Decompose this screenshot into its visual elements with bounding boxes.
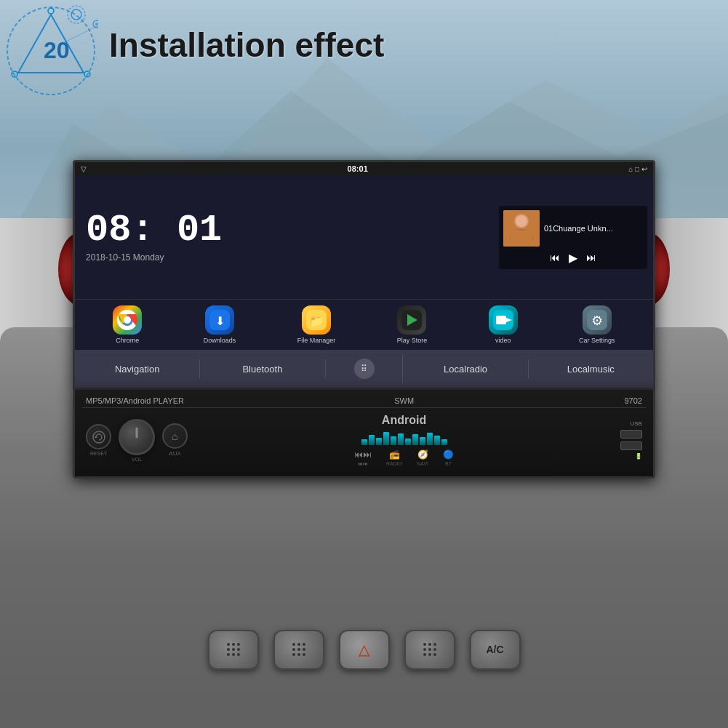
app-video[interactable]: video — [489, 305, 518, 344]
vol-label: VOL — [132, 457, 142, 462]
svg-marker-33 — [95, 436, 97, 438]
svg-point-8 — [71, 9, 81, 20]
app-icons-row: Chrome ⬇ Downloads 📁 File — [75, 299, 653, 350]
svg-text:⬇: ⬇ — [215, 315, 225, 327]
reset-label: RESET — [90, 451, 107, 456]
svg-text:📁: 📁 — [309, 314, 324, 328]
app-files[interactable]: 📁 File Manager — [297, 305, 336, 344]
hazard-button[interactable]: △ — [339, 630, 390, 670]
eq-bars — [361, 431, 447, 445]
radio-unit: ▽ 08:01 ⌂ □ ↩ 08: 01 2018-10-15 Monday — [73, 160, 655, 479]
statusbar-time: 08:01 — [348, 164, 368, 173]
app-settings[interactable]: ⚙ Car Settings — [579, 305, 615, 344]
ac-button[interactable]: A/C — [470, 630, 521, 670]
hw-bt[interactable]: 🔵 BT — [443, 449, 454, 466]
navi-label: NAVI — [417, 461, 428, 466]
hardware-center: Android — [195, 414, 613, 466]
date-display: 2018-10-15 Monday — [86, 252, 482, 263]
nav-menu-dots[interactable]: ⠿ — [326, 354, 404, 383]
hardware-bottom-buttons: ⏮⏭ ⏮⏭ 📻 RADIO 🧭 NAVI 🔵 BT — [354, 449, 454, 466]
dashboard-buttons: △ A/C — [208, 630, 521, 670]
svg-point-32 — [93, 431, 105, 443]
dash-btn-1[interactable] — [208, 630, 259, 670]
clock-display: 08: 01 — [86, 212, 482, 249]
usb-port-1[interactable] — [620, 430, 642, 439]
aux-label: AUX — [169, 450, 180, 457]
svg-point-16 — [516, 215, 527, 227]
screen-clock-area: 08: 01 2018-10-15 Monday — [75, 175, 493, 299]
android-label: Android — [382, 414, 426, 427]
dash-btn-2[interactable] — [273, 630, 324, 670]
statusbar-left-icon: ▽ — [81, 165, 87, 173]
radio-label: RADIO — [386, 461, 402, 466]
navi-icon: 🧭 — [417, 449, 428, 460]
svg-rect-17 — [511, 231, 532, 247]
reset-button[interactable] — [86, 424, 111, 449]
hardware-main: RESET VOL ⌂ AUX Android — [82, 408, 646, 472]
usb-port-2[interactable] — [620, 441, 642, 450]
menu-dots-icon: ⠿ — [354, 359, 375, 379]
nav-localradio[interactable]: Localradio — [403, 359, 528, 379]
app-playstore[interactable]: Play Store — [397, 305, 428, 344]
app-downloads[interactable]: ⬇ Downloads — [204, 305, 236, 344]
svg-point-4 — [48, 8, 54, 14]
screen-unit: ▽ 08:01 ⌂ □ ↩ 08: 01 2018-10-15 Monday — [73, 160, 655, 390]
album-art-image — [503, 210, 540, 247]
hazard-icon: △ — [359, 641, 369, 658]
svg-rect-28 — [496, 316, 506, 324]
next-button[interactable]: ⏭ — [586, 252, 596, 263]
app-downloads-label: Downloads — [204, 337, 236, 344]
usb-label: USB — [630, 420, 641, 427]
decoration-badge: 20 — [4, 4, 98, 101]
app-chrome[interactable]: Chrome — [113, 305, 142, 344]
volume-knob[interactable] — [119, 419, 155, 455]
bt-icon: 🔵 — [443, 449, 454, 460]
hardware-swm-label: SWM — [394, 396, 414, 405]
screen-main: 08: 01 2018-10-15 Monday — [75, 175, 653, 299]
nav-bluetooth[interactable]: Bluetooth — [200, 359, 325, 379]
hardware-unit: MP5/MP3/Android PLAYER SWM 9702 RESET — [73, 390, 655, 479]
svg-text:20: 20 — [44, 37, 70, 63]
svg-point-12 — [95, 23, 98, 25]
app-video-label: video — [495, 337, 511, 344]
screen-statusbar: ▽ 08:01 ⌂ □ ↩ — [75, 162, 653, 175]
prev-button[interactable]: ⏮ — [550, 252, 560, 263]
play-button[interactable]: ▶ — [569, 251, 577, 265]
hw-radio[interactable]: 📻 RADIO — [386, 449, 402, 466]
app-playstore-label: Play Store — [397, 337, 428, 344]
hardware-right-controls: USB 🔋 — [620, 420, 642, 460]
hw-navi[interactable]: 🧭 NAVI — [417, 449, 428, 466]
hw-prev-next[interactable]: ⏮⏭ ⏮⏭ — [354, 449, 372, 466]
music-title: 01Chuange Unkn... — [544, 224, 643, 233]
hardware-top-bar: MP5/MP3/Android PLAYER SWM 9702 — [82, 394, 646, 408]
home-button[interactable]: ⌂ — [162, 423, 188, 449]
hardware-model-label: 9702 — [624, 396, 641, 405]
svg-text:⚙: ⚙ — [591, 313, 603, 328]
bt-label: BT — [445, 461, 452, 466]
app-chrome-label: Chrome — [116, 337, 139, 344]
dash-btn-4[interactable] — [404, 630, 455, 670]
music-controls[interactable]: ⏮ ▶ ⏭ — [503, 251, 643, 265]
battery-indicator: 🔋 — [635, 453, 642, 460]
app-settings-label: Car Settings — [579, 337, 615, 344]
music-widget: 01Chuange Unkn... ⏮ ▶ ⏭ — [499, 206, 647, 269]
screen-music-area: 01Chuange Unkn... ⏮ ▶ ⏭ — [493, 175, 653, 299]
nav-navigation[interactable]: Navigation — [75, 359, 200, 379]
nav-localmusic[interactable]: Localmusic — [529, 359, 653, 379]
ac-label: A/C — [486, 644, 503, 655]
page-title: Installation effect — [109, 25, 384, 65]
screen-navbar: Navigation Bluetooth ⠿ Localradio Localm… — [75, 350, 653, 388]
svg-point-20 — [124, 316, 131, 324]
app-files-label: File Manager — [297, 337, 336, 344]
album-art — [503, 210, 540, 247]
statusbar-icons: ⌂ □ ↩ — [628, 165, 647, 173]
radio-icon: 📻 — [389, 449, 400, 460]
hardware-left-controls: RESET — [86, 424, 111, 456]
hardware-player-label: MP5/MP3/Android PLAYER — [86, 396, 184, 405]
music-info: 01Chuange Unkn... — [544, 224, 643, 233]
